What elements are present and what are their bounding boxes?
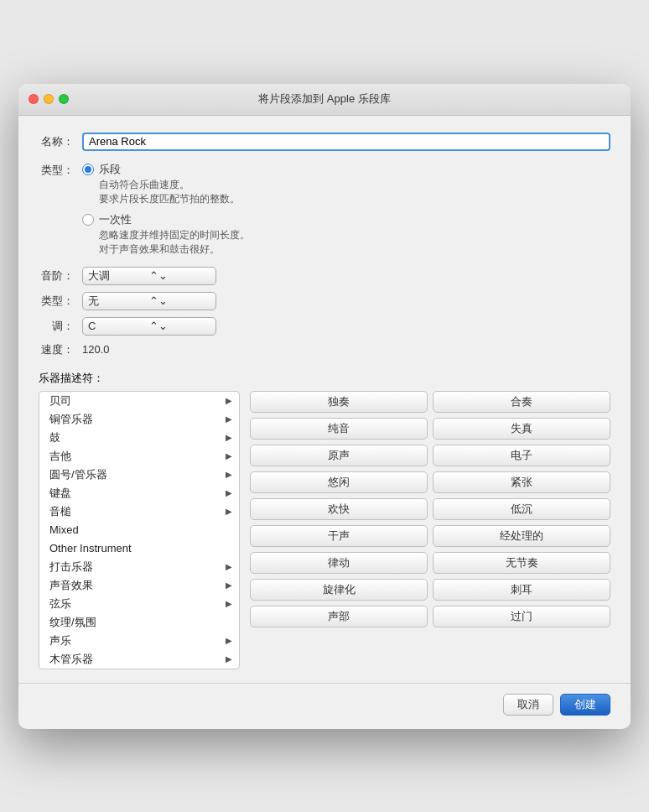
submenu-arrow-icon: ▶ [226, 636, 232, 645]
scale-label: 音阶： [39, 268, 82, 284]
instrument-item-label: 声音效果 [49, 578, 93, 593]
oneshot-radio-row[interactable]: 一次性 忽略速度并维持固定的时间长度。 对于声音效果和鼓击很好。 [82, 211, 610, 257]
genre-row: 类型： 无 ⌃⌄ [39, 292, 610, 310]
tag-button[interactable]: 紧张 [433, 471, 610, 493]
oneshot-radio-text: 一次性 忽略速度并维持固定的时间长度。 对于声音效果和鼓击很好。 [99, 211, 250, 257]
tempo-value: 120.0 [82, 343, 110, 356]
tag-button[interactable]: 低沉 [433, 498, 610, 520]
scale-arrow-icon: ⌃⌄ [149, 270, 210, 281]
submenu-arrow-icon: ▶ [226, 451, 232, 461]
window-title: 将片段添加到 Apple 乐段库 [258, 91, 390, 107]
type-label: 类型： [39, 161, 82, 180]
maximize-button[interactable] [59, 94, 69, 104]
key-row: 调： C ⌃⌄ [39, 317, 610, 336]
key-arrow-icon: ⌃⌄ [149, 320, 210, 331]
instrument-item[interactable]: 纹理/氛围 [39, 613, 239, 632]
instrument-item[interactable]: 打击乐器▶ [39, 558, 239, 576]
oneshot-radio-button[interactable] [82, 214, 94, 226]
instrument-item-label: Other Instrument [49, 542, 132, 554]
tag-button[interactable]: 悠闲 [250, 471, 428, 493]
tag-button[interactable]: 经处理的 [433, 525, 610, 547]
submenu-arrow-icon: ▶ [226, 488, 232, 497]
tag-button[interactable]: 声部 [250, 606, 428, 627]
loop-radio-text: 乐段 自动符合乐曲速度。 要求片段长度匹配节拍的整数。 [99, 161, 240, 206]
submenu-arrow-icon: ▶ [226, 507, 232, 516]
instrument-item[interactable]: 鼓▶ [39, 429, 239, 447]
instrument-item-label: 音槌 [49, 504, 71, 519]
genre-value: 无 [88, 294, 149, 309]
key-select[interactable]: C ⌃⌄ [82, 317, 216, 336]
instrument-item[interactable]: 圆号/管乐器▶ [39, 466, 239, 484]
tag-button[interactable]: 过门 [433, 606, 610, 627]
loop-radio-label: 乐段 [99, 161, 240, 178]
instrument-item[interactable]: 铜管乐器▶ [39, 410, 239, 429]
scale-select[interactable]: 大调 ⌃⌄ [82, 267, 216, 285]
instrument-item[interactable]: 键盘▶ [39, 484, 239, 502]
scale-value: 大调 [88, 268, 149, 284]
tag-button[interactable]: 律动 [250, 552, 428, 574]
key-label: 调： [39, 319, 82, 334]
instrument-item[interactable]: 音槌▶ [39, 502, 239, 521]
type-row: 类型： 乐段 自动符合乐曲速度。 要求片段长度匹配节拍的整数。 一次性 忽略速度… [39, 161, 610, 257]
scale-row: 音阶： 大调 ⌃⌄ [39, 267, 610, 285]
key-value: C [88, 320, 149, 332]
tag-button[interactable]: 原声 [250, 445, 428, 466]
descriptor-label-row: 乐器描述符： [39, 371, 610, 386]
tag-button[interactable]: 干声 [250, 525, 428, 547]
instrument-item-label: 纹理/氛围 [49, 615, 96, 630]
instrument-item[interactable]: 贝司▶ [39, 392, 239, 410]
loop-radio-button[interactable] [82, 164, 94, 175]
tag-button[interactable]: 失真 [433, 418, 610, 440]
tag-button[interactable]: 独奏 [250, 391, 428, 413]
instrument-item-label: 铜管乐器 [49, 412, 93, 427]
genre-label: 类型： [39, 294, 82, 309]
traffic-lights [29, 94, 69, 104]
tempo-row: 速度： 120.0 [39, 342, 610, 357]
tag-button[interactable]: 欢快 [250, 498, 428, 520]
descriptor-label: 乐器描述符： [39, 372, 104, 384]
oneshot-radio-label: 一次性 [99, 211, 250, 228]
oneshot-radio-desc1: 忽略速度并维持固定的时间长度。 [99, 228, 250, 242]
close-button[interactable] [29, 94, 39, 104]
instrument-item[interactable]: Other Instrument [39, 539, 239, 558]
genre-select[interactable]: 无 ⌃⌄ [82, 292, 216, 310]
genre-arrow-icon: ⌃⌄ [149, 295, 210, 306]
instrument-item[interactable]: 声音效果▶ [39, 576, 239, 595]
create-button[interactable]: 创建 [560, 694, 610, 716]
instrument-item[interactable]: 声乐▶ [39, 632, 239, 650]
submenu-arrow-icon: ▶ [226, 433, 232, 442]
instrument-item-label: 键盘 [49, 486, 71, 501]
tag-button[interactable]: 电子 [433, 445, 610, 466]
instrument-item-label: 吉他 [49, 449, 71, 464]
tag-button[interactable]: 旋律化 [250, 579, 428, 601]
submenu-arrow-icon: ▶ [226, 599, 232, 608]
instrument-item-label: 声乐 [49, 633, 71, 648]
instrument-item-label: Mixed [49, 523, 79, 536]
minimize-button[interactable] [44, 94, 54, 104]
footer: 取消 创建 [18, 683, 631, 729]
tag-button[interactable]: 刺耳 [433, 579, 610, 601]
instrument-item-label: 贝司 [49, 393, 71, 409]
tag-button[interactable]: 纯音 [250, 418, 428, 440]
name-input[interactable] [82, 133, 610, 151]
loop-radio-row[interactable]: 乐段 自动符合乐曲速度。 要求片段长度匹配节拍的整数。 [82, 161, 610, 206]
instrument-item[interactable]: 吉他▶ [39, 447, 239, 466]
instrument-item-label: 圆号/管乐器 [49, 467, 107, 482]
tempo-label: 速度： [39, 342, 82, 357]
name-label: 名称： [39, 133, 82, 151]
instrument-item-label: 弦乐 [49, 596, 71, 612]
cancel-button[interactable]: 取消 [503, 694, 553, 716]
descriptor-section: 贝司▶铜管乐器▶鼓▶吉他▶圆号/管乐器▶键盘▶音槌▶MixedOther Ins… [39, 391, 610, 669]
oneshot-radio-desc2: 对于声音效果和鼓击很好。 [99, 242, 250, 257]
main-window: 将片段添加到 Apple 乐段库 名称： 类型： 乐段 自动符合乐曲速度。 要求… [18, 84, 631, 729]
loop-radio-desc1: 自动符合乐曲速度。 [99, 178, 240, 192]
instrument-item[interactable]: Mixed [39, 521, 239, 539]
submenu-arrow-icon: ▶ [226, 470, 232, 479]
tag-button[interactable]: 合奏 [433, 391, 610, 413]
content-area: 名称： 类型： 乐段 自动符合乐曲速度。 要求片段长度匹配节拍的整数。 [18, 116, 631, 683]
submenu-arrow-icon: ▶ [226, 580, 232, 590]
instrument-item[interactable]: 木管乐器▶ [39, 650, 239, 669]
instrument-item-label: 鼓 [49, 430, 60, 445]
instrument-item[interactable]: 弦乐▶ [39, 595, 239, 613]
tag-button[interactable]: 无节奏 [433, 552, 610, 574]
